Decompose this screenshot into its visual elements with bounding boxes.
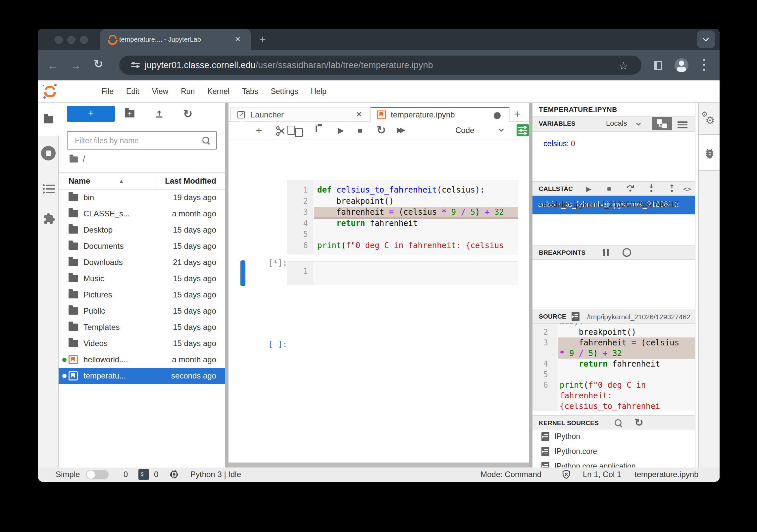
trust-shield-icon[interactable] — [561, 469, 572, 480]
filter-files-input[interactable]: Filter files by name — [67, 131, 217, 150]
back-icon[interactable]: ← — [47, 60, 58, 72]
cursor-position[interactable]: Ln 1, Col 1 — [583, 470, 621, 479]
add-tab-button[interactable]: + — [514, 108, 521, 120]
cell-type-select[interactable]: Code — [455, 126, 474, 135]
search-kernel-sources-icon[interactable] — [615, 419, 623, 427]
add-cell-icon[interactable]: + — [256, 125, 262, 136]
file-row-desktop[interactable]: Desktop15 days ago — [59, 222, 225, 238]
scope-chevron-icon[interactable] — [637, 120, 640, 126]
menu-tabs[interactable]: Tabs — [236, 87, 265, 96]
file-row-bin[interactable]: bin19 days ago — [59, 190, 225, 206]
table-of-contents-icon[interactable] — [43, 182, 56, 193]
step-in-icon[interactable] — [646, 182, 657, 194]
profile-avatar[interactable] — [675, 58, 688, 72]
paste-icon[interactable] — [316, 126, 317, 132]
tab-list-chevron-button[interactable] — [697, 30, 715, 48]
column-name[interactable]: Name — [69, 176, 90, 186]
property-inspector-tab[interactable]: ⚙⚙ — [699, 103, 720, 135]
tab-close-icon[interactable]: ✕ — [235, 35, 241, 44]
step-over-icon[interactable] — [625, 182, 636, 194]
callstack-section-header[interactable]: CALLSTAC ▶ ■ <> — [532, 181, 695, 196]
tab-close-icon[interactable]: ✕ — [356, 110, 362, 119]
traffic-light-minimize[interactable] — [67, 36, 76, 44]
stop-icon[interactable]: ■ — [358, 126, 363, 135]
source-code-view[interactable]: 23456 ius): breakpoint() fahrenheit = (c… — [532, 324, 695, 411]
home-folder-icon[interactable] — [70, 156, 78, 163]
file-row-classe-s-[interactable]: CLASSE_s...a month ago — [59, 206, 225, 222]
file-row-temperatu-[interactable]: temperatu...seconds ago — [59, 368, 225, 384]
column-last-modified[interactable]: Last Modified — [165, 176, 216, 186]
simple-mode-toggle[interactable] — [86, 470, 109, 479]
refresh-icon[interactable]: ↻ — [183, 108, 193, 119]
cell-type-chevron-icon[interactable] — [499, 126, 503, 132]
variables-section-header[interactable]: VARIABLES Locals — [532, 116, 695, 132]
step-out-icon[interactable] — [666, 182, 678, 194]
tab-temperature-ipynb[interactable]: temperature.ipynb — [370, 107, 510, 122]
file-row-music[interactable]: Music15 days ago — [59, 271, 225, 287]
source-section-header[interactable]: SOURCE /tmp/ipykernel_21026/129327462 — [532, 309, 695, 324]
restart-kernel-icon[interactable]: ↻ — [377, 124, 386, 136]
browser-tab[interactable]: temperature.... - JupyterLab ✕ — [100, 29, 251, 50]
kernel-sources-section-header[interactable]: KERNEL SOURCES ↻ — [532, 415, 695, 429]
unsaved-dot-icon[interactable] — [494, 112, 501, 119]
site-settings-icon[interactable] — [131, 62, 140, 68]
variable-row[interactable]: celsius: 0 — [543, 139, 575, 148]
code-cell-1[interactable]: 123456 def celsius_to_fahrenheit(celsius… — [287, 180, 518, 254]
menu-help[interactable]: Help — [305, 87, 333, 96]
traffic-light-close[interactable] — [55, 36, 63, 44]
run-icon[interactable]: ▶ — [338, 126, 344, 135]
new-launcher-button[interactable]: + — [67, 106, 115, 122]
file-browser-icon[interactable] — [44, 116, 53, 123]
cut-icon[interactable] — [275, 125, 287, 137]
tab-launcher[interactable]: Launcher ✕ — [230, 107, 370, 122]
extensions-icon[interactable] — [42, 212, 55, 225]
browser-menu-icon[interactable] — [703, 58, 705, 73]
breadcrumb[interactable]: / — [69, 156, 78, 164]
file-row-helloworld-[interactable]: helloworld....a month ago — [59, 352, 225, 368]
kernel-chip-icon[interactable] — [169, 469, 179, 480]
active-file-name[interactable]: temperature.ipynb — [634, 470, 698, 479]
terminate-icon[interactable]: ■ — [607, 185, 611, 193]
debugger-tab[interactable] — [699, 135, 720, 171]
debugger-toggle-icon[interactable] — [517, 124, 529, 136]
pause-on-exception-icon[interactable] — [603, 249, 609, 256]
panel-splitter-right[interactable] — [529, 103, 532, 467]
file-row-videos[interactable]: Videos15 days ago — [59, 335, 225, 352]
file-row-downloads[interactable]: Downloads21 days ago — [59, 254, 225, 271]
upload-icon[interactable] — [154, 108, 165, 119]
address-bar[interactable]: jupyter01.classe.cornell.edu/user/ssasid… — [119, 56, 641, 75]
breakpoints-section-header[interactable]: BREAKPOINTS — [532, 245, 695, 260]
bookmark-star-icon[interactable]: ☆ — [619, 60, 628, 72]
menu-kernel[interactable]: Kernel — [201, 87, 235, 96]
mode-indicator[interactable]: Mode: Command — [480, 470, 541, 479]
sort-ascending-icon[interactable]: ▲ — [119, 178, 124, 184]
callstack-frame[interactable]: <module> ipykernel_21026/12932746217 — [532, 196, 695, 214]
code-cell-2[interactable]: 1 — [287, 261, 518, 285]
evaluate-code-icon[interactable]: <> — [683, 185, 691, 193]
kernel-source-ipython[interactable]: IPython — [532, 429, 695, 444]
refresh-kernel-sources-icon[interactable]: ↻ — [634, 417, 643, 428]
scope-select[interactable]: Locals — [606, 119, 627, 128]
menu-run[interactable]: Run — [175, 87, 201, 96]
menu-file[interactable]: File — [95, 87, 120, 96]
menu-view[interactable]: View — [146, 87, 175, 96]
side-panel-icon[interactable] — [654, 61, 662, 70]
reload-icon[interactable]: ↻ — [94, 58, 103, 69]
menu-edit[interactable]: Edit — [120, 87, 146, 96]
table-view-icon[interactable] — [678, 120, 687, 128]
kernel-status[interactable]: Python 3 | Idle — [190, 470, 241, 479]
continue-icon[interactable]: ▶ — [586, 185, 591, 193]
traffic-light-zoom[interactable] — [80, 36, 88, 44]
tree-view-button[interactable] — [652, 117, 672, 130]
restart-run-all-icon[interactable]: ▶▶ — [397, 126, 403, 134]
remove-breakpoints-icon[interactable] — [623, 248, 631, 257]
terminal-icon[interactable]: $_ — [138, 469, 149, 480]
menu-settings[interactable]: Settings — [264, 87, 304, 96]
active-cell-indicator[interactable] — [240, 260, 245, 286]
panel-splitter-left[interactable] — [225, 103, 228, 467]
open-source-icon[interactable] — [572, 312, 580, 321]
file-row-documents[interactable]: Documents15 days ago — [59, 238, 225, 254]
url-text[interactable]: jupyter01.classe.cornell.edu/user/ssasid… — [145, 60, 433, 70]
running-sessions-icon[interactable] — [41, 146, 56, 160]
kernel-source-ipython-core[interactable]: IPython.core — [532, 444, 695, 459]
